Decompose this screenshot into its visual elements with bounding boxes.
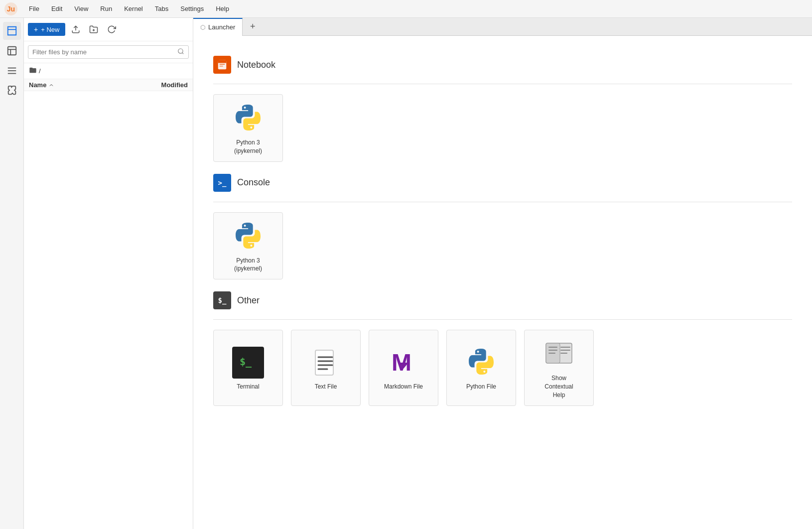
- sidebar-commands-btn[interactable]: [3, 62, 21, 80]
- col-modified-header: Modified: [138, 81, 188, 89]
- new-button-plus: +: [34, 25, 38, 33]
- help-card[interactable]: ShowContextualHelp: [524, 330, 594, 405]
- svg-point-11: [178, 49, 183, 53]
- filter-input-wrap[interactable]: [28, 45, 189, 59]
- tab-bar: ⬡ Launcher +: [193, 18, 812, 36]
- help-card-icon: [543, 338, 575, 370]
- svg-rect-16: [220, 64, 225, 65]
- sidebar-files-btn[interactable]: [3, 22, 21, 40]
- file-toolbar: + + New: [24, 18, 193, 41]
- sidebar-running-btn[interactable]: [3, 42, 21, 60]
- launcher-tab-icon: ⬡: [200, 24, 205, 31]
- pythonfile-label: Python File: [466, 383, 496, 391]
- textfile-label: Text File: [315, 383, 337, 391]
- svg-rect-17: [220, 66, 223, 67]
- filter-row: [24, 41, 193, 63]
- notebook-section-icon: [213, 56, 231, 74]
- notebook-section-title: Notebook: [237, 60, 275, 70]
- upload-file-btn[interactable]: [68, 22, 83, 37]
- svg-rect-15: [218, 60, 227, 63]
- python3-notebook-label: Python 3(ipykernel): [234, 138, 262, 155]
- menu-help[interactable]: Help: [211, 3, 234, 14]
- textfile-card[interactable]: Text File: [291, 330, 361, 405]
- menu-kernel[interactable]: Kernel: [119, 3, 148, 14]
- other-section-title: Other: [237, 295, 260, 306]
- current-path: /: [39, 67, 41, 75]
- pythonfile-card-icon: [465, 347, 497, 379]
- menu-tabs[interactable]: Tabs: [150, 3, 173, 14]
- folder-icon: [29, 66, 37, 76]
- content-area: ⬡ Launcher + Notebook: [193, 18, 812, 529]
- search-icon: [177, 48, 184, 56]
- pythonfile-card[interactable]: Python File: [446, 330, 516, 405]
- svg-rect-2: [7, 47, 16, 55]
- new-folder-btn[interactable]: [86, 22, 101, 37]
- terminal-label: Terminal: [237, 383, 259, 391]
- other-section-icon: $_: [213, 291, 231, 309]
- other-divider: [213, 319, 792, 320]
- markdown-label: Markdown File: [384, 383, 423, 391]
- console-section-icon: >_: [213, 174, 231, 192]
- sidebar-extensions-btn[interactable]: [3, 82, 21, 100]
- other-cards: $_ Terminal: [213, 330, 792, 405]
- notebook-cards: Python 3(ipykernel): [213, 94, 792, 162]
- console-cards: Python 3(ipykernel): [213, 212, 792, 280]
- console-section-title: Console: [237, 177, 270, 188]
- notebook-section-header: Notebook: [213, 56, 792, 74]
- terminal-card-icon: $_: [232, 347, 264, 379]
- python3-notebook-icon: [232, 103, 264, 134]
- file-list: [24, 91, 193, 529]
- file-panel: + + New: [24, 18, 193, 529]
- console-divider: [213, 202, 792, 202]
- launcher-content: Notebook Python 3(ipykernel): [193, 36, 812, 529]
- menu-edit[interactable]: Edit: [46, 3, 67, 14]
- notebook-divider: [213, 84, 792, 84]
- svg-text:$_: $_: [240, 356, 252, 368]
- console-section-header: >_ Console: [213, 174, 792, 192]
- new-button[interactable]: + + New: [28, 23, 65, 36]
- launcher-tab-label: Launcher: [208, 23, 235, 31]
- menubar: Ju File Edit View Run Kernel Tabs Settin…: [0, 0, 812, 18]
- svg-text:Ju: Ju: [7, 5, 15, 13]
- svg-line-12: [182, 53, 184, 54]
- svg-rect-19: [315, 350, 333, 375]
- textfile-card-icon: [310, 347, 342, 379]
- markdown-card-icon: M: [388, 347, 419, 379]
- launcher-tab[interactable]: ⬡ Launcher: [193, 18, 243, 36]
- main-layout: + + New: [0, 18, 812, 529]
- python3-console-icon: [232, 221, 264, 253]
- terminal-card[interactable]: $_ Terminal: [213, 330, 283, 405]
- svg-text:M: M: [392, 349, 411, 376]
- menu-file[interactable]: File: [24, 3, 44, 14]
- python3-console-label: Python 3(ipykernel): [234, 257, 262, 273]
- new-button-label: + New: [40, 26, 59, 33]
- menu-view[interactable]: View: [69, 3, 93, 14]
- menu-run[interactable]: Run: [95, 3, 117, 14]
- new-tab-button[interactable]: +: [245, 19, 261, 35]
- col-name-header[interactable]: Name: [29, 81, 138, 89]
- python3-console-card[interactable]: Python 3(ipykernel): [213, 212, 283, 280]
- refresh-btn[interactable]: [104, 22, 119, 37]
- markdown-card[interactable]: M Markdown File: [369, 330, 438, 405]
- python3-notebook-card[interactable]: Python 3(ipykernel): [213, 94, 283, 162]
- file-table-header: Name Modified: [24, 79, 193, 91]
- other-section-header: $_ Other: [213, 291, 792, 309]
- filter-input[interactable]: [32, 48, 177, 56]
- icon-sidebar: [0, 18, 24, 529]
- menu-settings[interactable]: Settings: [175, 3, 209, 14]
- jupyter-logo: Ju: [4, 2, 18, 16]
- path-row: /: [24, 63, 193, 79]
- sort-icon: [48, 82, 54, 88]
- help-label: ShowContextualHelp: [544, 374, 573, 399]
